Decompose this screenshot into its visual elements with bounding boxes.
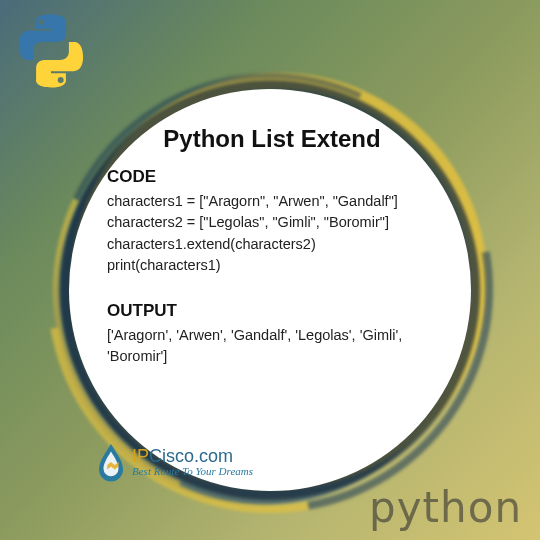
- drop-icon: [96, 442, 126, 482]
- code-block: characters1 = ["Aragorn", "Arwen", "Gand…: [107, 191, 443, 277]
- code-heading: CODE: [107, 167, 443, 187]
- page-title: Python List Extend: [101, 125, 443, 153]
- output-heading: OUTPUT: [107, 301, 443, 321]
- ipcisco-tagline: Best Route To Your Dreams: [132, 466, 253, 478]
- python-watermark: python: [369, 483, 522, 532]
- output-block: ['Aragorn', 'Arwen', 'Gandalf', 'Legolas…: [107, 325, 443, 368]
- card-body: Python List Extend CODE characters1 = ["…: [69, 89, 471, 491]
- ipcisco-brand: IPCisco.com Best Route To Your Dreams: [96, 442, 253, 482]
- ipcisco-name: IPCisco.com: [132, 447, 253, 466]
- content-card: Python List Extend CODE characters1 = ["…: [55, 75, 485, 505]
